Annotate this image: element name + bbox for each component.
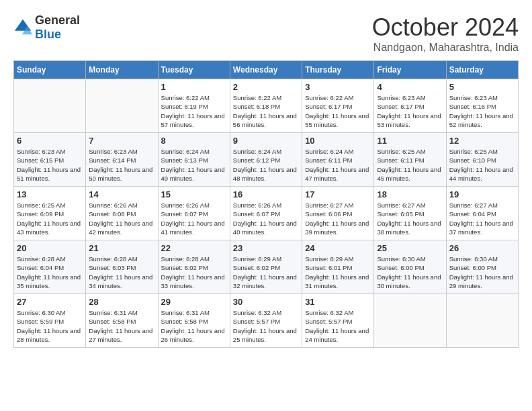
day-number: 6 — [17, 136, 83, 146]
day-number: 1 — [161, 82, 227, 92]
title-block: October 2024 Nandgaon, Maharashtra, Indi… — [372, 13, 519, 54]
calendar-cell: 22Sunrise: 6:28 AMSunset: 6:02 PMDayligh… — [158, 240, 230, 294]
cell-info: Sunrise: 6:31 AMSunset: 5:58 PMDaylight:… — [161, 309, 225, 343]
calendar-table: SundayMondayTuesdayWednesdayThursdayFrid… — [13, 60, 519, 348]
cell-info: Sunrise: 6:27 AMSunset: 6:05 PMDaylight:… — [377, 201, 441, 236]
day-number: 7 — [89, 136, 154, 146]
calendar-cell: 6Sunrise: 6:23 AMSunset: 6:15 PMDaylight… — [14, 133, 86, 187]
day-number: 28 — [89, 297, 154, 307]
calendar-cell: 5Sunrise: 6:23 AMSunset: 6:16 PMDaylight… — [446, 79, 518, 133]
calendar-cell: 25Sunrise: 6:30 AMSunset: 6:00 PMDayligh… — [374, 240, 446, 294]
calendar-cell — [86, 79, 158, 133]
day-number: 26 — [449, 243, 515, 253]
day-number: 23 — [233, 243, 299, 253]
day-number: 5 — [449, 82, 515, 92]
day-number: 29 — [161, 297, 227, 307]
calendar-cell: 28Sunrise: 6:31 AMSunset: 5:58 PMDayligh… — [86, 294, 158, 348]
cell-info: Sunrise: 6:29 AMSunset: 6:02 PMDaylight:… — [233, 255, 297, 289]
calendar-cell: 31Sunrise: 6:32 AMSunset: 5:57 PMDayligh… — [302, 294, 374, 348]
calendar-cell: 21Sunrise: 6:28 AMSunset: 6:03 PMDayligh… — [86, 240, 158, 294]
calendar-cell: 4Sunrise: 6:23 AMSunset: 6:17 PMDaylight… — [374, 79, 446, 133]
day-number: 25 — [377, 243, 443, 253]
day-number: 3 — [305, 82, 371, 92]
cell-info: Sunrise: 6:25 AMSunset: 6:11 PMDaylight:… — [377, 148, 441, 182]
day-number: 16 — [233, 189, 299, 199]
column-header-friday: Friday — [374, 61, 446, 79]
day-number: 27 — [17, 297, 83, 307]
cell-info: Sunrise: 6:32 AMSunset: 5:57 PMDaylight:… — [233, 309, 297, 343]
day-number: 15 — [161, 189, 227, 199]
day-number: 9 — [233, 136, 299, 146]
day-number: 30 — [233, 297, 299, 307]
column-header-thursday: Thursday — [302, 61, 374, 79]
calendar-cell: 16Sunrise: 6:26 AMSunset: 6:07 PMDayligh… — [230, 187, 302, 240]
day-number: 24 — [305, 243, 371, 253]
column-header-wednesday: Wednesday — [230, 61, 302, 79]
calendar-cell: 17Sunrise: 6:27 AMSunset: 6:06 PMDayligh… — [302, 187, 374, 240]
calendar-cell: 14Sunrise: 6:26 AMSunset: 6:08 PMDayligh… — [86, 187, 158, 240]
calendar-cell: 18Sunrise: 6:27 AMSunset: 6:05 PMDayligh… — [374, 187, 446, 240]
day-number: 19 — [449, 189, 515, 199]
cell-info: Sunrise: 6:28 AMSunset: 6:03 PMDaylight:… — [89, 255, 152, 289]
day-number: 10 — [305, 136, 371, 146]
calendar-cell: 2Sunrise: 6:22 AMSunset: 6:18 PMDaylight… — [230, 79, 302, 133]
cell-info: Sunrise: 6:24 AMSunset: 6:13 PMDaylight:… — [161, 148, 225, 182]
calendar-cell: 1Sunrise: 6:22 AMSunset: 6:19 PMDaylight… — [158, 79, 230, 133]
cell-info: Sunrise: 6:26 AMSunset: 6:07 PMDaylight:… — [233, 201, 297, 236]
calendar-cell: 19Sunrise: 6:27 AMSunset: 6:04 PMDayligh… — [446, 187, 518, 240]
calendar-week-3: 13Sunrise: 6:25 AMSunset: 6:09 PMDayligh… — [14, 187, 519, 240]
calendar-cell: 23Sunrise: 6:29 AMSunset: 6:02 PMDayligh… — [230, 240, 302, 294]
cell-info: Sunrise: 6:30 AMSunset: 6:00 PMDaylight:… — [377, 255, 441, 289]
cell-info: Sunrise: 6:22 AMSunset: 6:18 PMDaylight:… — [233, 94, 297, 128]
calendar-cell: 12Sunrise: 6:25 AMSunset: 6:10 PMDayligh… — [446, 133, 518, 187]
day-number: 12 — [449, 136, 515, 146]
cell-info: Sunrise: 6:28 AMSunset: 6:04 PMDaylight:… — [17, 255, 81, 289]
cell-info: Sunrise: 6:25 AMSunset: 6:10 PMDaylight:… — [449, 148, 513, 182]
calendar-cell: 7Sunrise: 6:23 AMSunset: 6:14 PMDaylight… — [86, 133, 158, 187]
cell-info: Sunrise: 6:23 AMSunset: 6:15 PMDaylight:… — [17, 148, 81, 182]
calendar-cell: 24Sunrise: 6:29 AMSunset: 6:01 PMDayligh… — [302, 240, 374, 294]
calendar-cell — [446, 294, 518, 348]
cell-info: Sunrise: 6:24 AMSunset: 6:12 PMDaylight:… — [233, 148, 297, 182]
day-number: 2 — [233, 82, 299, 92]
calendar-week-4: 20Sunrise: 6:28 AMSunset: 6:04 PMDayligh… — [14, 240, 519, 294]
page-header: General Blue October 2024 Nandgaon, Maha… — [13, 13, 519, 54]
cell-info: Sunrise: 6:31 AMSunset: 5:58 PMDaylight:… — [89, 309, 152, 343]
column-header-saturday: Saturday — [446, 61, 518, 79]
cell-info: Sunrise: 6:22 AMSunset: 6:19 PMDaylight:… — [161, 94, 225, 128]
location-title: Nandgaon, Maharashtra, India — [372, 42, 519, 54]
cell-info: Sunrise: 6:24 AMSunset: 6:11 PMDaylight:… — [305, 148, 369, 182]
calendar-cell: 10Sunrise: 6:24 AMSunset: 6:11 PMDayligh… — [302, 133, 374, 187]
column-header-tuesday: Tuesday — [158, 61, 230, 79]
month-title: October 2024 — [372, 13, 519, 42]
day-number: 18 — [377, 189, 443, 199]
calendar-week-2: 6Sunrise: 6:23 AMSunset: 6:15 PMDaylight… — [14, 133, 519, 187]
cell-info: Sunrise: 6:32 AMSunset: 5:57 PMDaylight:… — [305, 309, 369, 343]
cell-info: Sunrise: 6:25 AMSunset: 6:09 PMDaylight:… — [17, 201, 81, 236]
cell-info: Sunrise: 6:23 AMSunset: 6:16 PMDaylight:… — [449, 94, 513, 128]
calendar-cell: 13Sunrise: 6:25 AMSunset: 6:09 PMDayligh… — [14, 187, 86, 240]
day-number: 8 — [161, 136, 227, 146]
day-number: 13 — [17, 189, 83, 199]
cell-info: Sunrise: 6:22 AMSunset: 6:17 PMDaylight:… — [305, 94, 369, 128]
logo: General Blue — [13, 13, 80, 42]
cell-info: Sunrise: 6:27 AMSunset: 6:04 PMDaylight:… — [449, 201, 513, 236]
calendar-cell: 30Sunrise: 6:32 AMSunset: 5:57 PMDayligh… — [230, 294, 302, 348]
cell-info: Sunrise: 6:29 AMSunset: 6:01 PMDaylight:… — [305, 255, 369, 289]
calendar-cell: 29Sunrise: 6:31 AMSunset: 5:58 PMDayligh… — [158, 294, 230, 348]
logo-blue: Blue — [35, 28, 61, 41]
calendar-cell: 27Sunrise: 6:30 AMSunset: 5:59 PMDayligh… — [14, 294, 86, 348]
calendar-cell: 8Sunrise: 6:24 AMSunset: 6:13 PMDaylight… — [158, 133, 230, 187]
logo-text: General Blue — [35, 13, 80, 42]
cell-info: Sunrise: 6:26 AMSunset: 6:07 PMDaylight:… — [161, 201, 225, 236]
day-number: 14 — [89, 189, 154, 199]
day-number: 22 — [161, 243, 227, 253]
calendar-cell: 9Sunrise: 6:24 AMSunset: 6:12 PMDaylight… — [230, 133, 302, 187]
cell-info: Sunrise: 6:28 AMSunset: 6:02 PMDaylight:… — [161, 255, 225, 289]
calendar-cell — [14, 79, 86, 133]
calendar-header-row: SundayMondayTuesdayWednesdayThursdayFrid… — [14, 61, 519, 79]
cell-info: Sunrise: 6:26 AMSunset: 6:08 PMDaylight:… — [89, 201, 152, 236]
day-number: 11 — [377, 136, 443, 146]
day-number: 17 — [305, 189, 371, 199]
calendar-cell — [374, 294, 446, 348]
